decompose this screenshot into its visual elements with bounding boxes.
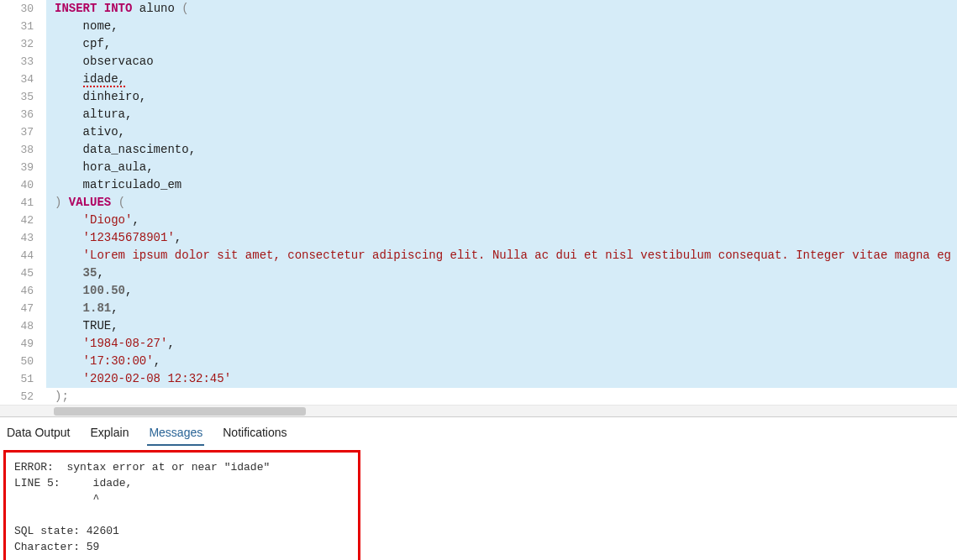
line-number: 30 — [0, 0, 46, 18]
code-line[interactable]: 40 matriculado_em — [0, 176, 957, 194]
tab-data-output[interactable]: Data Output — [5, 424, 72, 446]
tab-notifications[interactable]: Notifications — [221, 424, 288, 446]
code-content[interactable]: data_nascimento, — [46, 141, 957, 159]
code-content[interactable]: ); — [46, 388, 957, 405]
line-number: 42 — [0, 212, 46, 229]
horizontal-scrollbar[interactable] — [0, 405, 957, 416]
code-line[interactable]: 49 '1984-08-27', — [0, 335, 957, 353]
line-number: 48 — [0, 317, 46, 335]
line-number: 41 — [0, 194, 46, 212]
line-number: 49 — [0, 335, 46, 353]
code-line[interactable]: 46 100.50, — [0, 282, 957, 300]
output-tabs: Data Output Explain Messages Notificatio… — [0, 417, 957, 447]
line-number: 32 — [0, 35, 46, 53]
code-content[interactable]: dinheiro, — [46, 88, 957, 106]
code-line[interactable]: 42 'Diogo', — [0, 212, 957, 229]
code-content[interactable]: matriculado_em — [46, 176, 957, 194]
code-line[interactable]: 33 observacao — [0, 53, 957, 71]
code-content[interactable]: 'Diogo', — [46, 212, 957, 229]
line-number: 35 — [0, 88, 46, 106]
code-content[interactable]: 'Lorem ipsum dolor sit amet, consectetur… — [46, 247, 957, 264]
horizontal-scrollbar-thumb[interactable] — [54, 407, 306, 416]
line-number: 34 — [0, 71, 46, 88]
code-content[interactable]: 1.81, — [46, 300, 957, 317]
code-line[interactable]: 48 TRUE, — [0, 317, 957, 335]
code-content[interactable]: ) VALUES ( — [46, 194, 957, 212]
code-line[interactable]: 37 ativo, — [0, 123, 957, 141]
line-number: 40 — [0, 176, 46, 194]
code-line[interactable]: 36 altura, — [0, 106, 957, 123]
code-line[interactable]: 35 dinheiro, — [0, 88, 957, 106]
sql-editor[interactable]: 30INSERT INTO aluno (31 nome,32 cpf,33 o… — [0, 0, 957, 417]
line-number: 39 — [0, 159, 46, 176]
code-line[interactable]: 51 '2020-02-08 12:32:45' — [0, 370, 957, 388]
line-number: 44 — [0, 247, 46, 264]
code-content[interactable]: nome, — [46, 18, 957, 35]
line-number: 45 — [0, 264, 46, 282]
line-number: 51 — [0, 370, 46, 388]
error-line-1: ERROR: syntax error at or near "idade" — [14, 461, 270, 474]
code-content[interactable]: observacao — [46, 53, 957, 71]
code-content[interactable]: '1984-08-27', — [46, 335, 957, 353]
code-line[interactable]: 44 'Lorem ipsum dolor sit amet, consecte… — [0, 247, 957, 264]
error-character: Character: 59 — [14, 541, 99, 553]
line-number: 46 — [0, 282, 46, 300]
code-line[interactable]: 50 '17:30:00', — [0, 353, 957, 370]
code-line[interactable]: 47 1.81, — [0, 300, 957, 317]
code-line[interactable]: 52); — [0, 388, 957, 405]
tab-messages[interactable]: Messages — [147, 424, 204, 446]
code-line[interactable]: 32 cpf, — [0, 35, 957, 53]
code-line[interactable]: 34 idade, — [0, 71, 957, 88]
line-number: 31 — [0, 18, 46, 35]
tab-explain[interactable]: Explain — [89, 424, 131, 446]
code-content[interactable]: altura, — [46, 106, 957, 123]
line-number: 52 — [0, 388, 46, 405]
code-content[interactable]: '2020-02-08 12:32:45' — [46, 370, 957, 388]
line-number: 43 — [0, 229, 46, 247]
code-content[interactable]: '17:30:00', — [46, 353, 957, 370]
code-content[interactable]: ativo, — [46, 123, 957, 141]
code-content[interactable]: INSERT INTO aluno ( — [46, 0, 957, 18]
code-content[interactable]: TRUE, — [46, 317, 957, 335]
error-line-2: LINE 5: idade, — [14, 477, 132, 489]
line-number: 50 — [0, 353, 46, 370]
code-line[interactable]: 41) VALUES ( — [0, 194, 957, 212]
code-content[interactable]: 100.50, — [46, 282, 957, 300]
code-content[interactable]: cpf, — [46, 35, 957, 53]
line-number: 36 — [0, 106, 46, 123]
code-line[interactable]: 43 '12345678901', — [0, 229, 957, 247]
error-line-caret: ^ — [14, 493, 99, 505]
code-line[interactable]: 45 35, — [0, 264, 957, 282]
code-line[interactable]: 30INSERT INTO aluno ( — [0, 0, 957, 18]
code-content[interactable]: hora_aula, — [46, 159, 957, 176]
line-number: 38 — [0, 141, 46, 159]
line-number: 37 — [0, 123, 46, 141]
code-content[interactable]: 35, — [46, 264, 957, 282]
error-sql-state: SQL state: 42601 — [14, 525, 119, 537]
code-line[interactable]: 38 data_nascimento, — [0, 141, 957, 159]
code-line[interactable]: 31 nome, — [0, 18, 957, 35]
code-content[interactable]: idade, — [46, 71, 957, 88]
code-line[interactable]: 39 hora_aula, — [0, 159, 957, 176]
line-number: 33 — [0, 53, 46, 71]
line-number: 47 — [0, 300, 46, 317]
code-content[interactable]: '12345678901', — [46, 229, 957, 247]
messages-output: ERROR: syntax error at or near "idade" L… — [3, 450, 360, 560]
